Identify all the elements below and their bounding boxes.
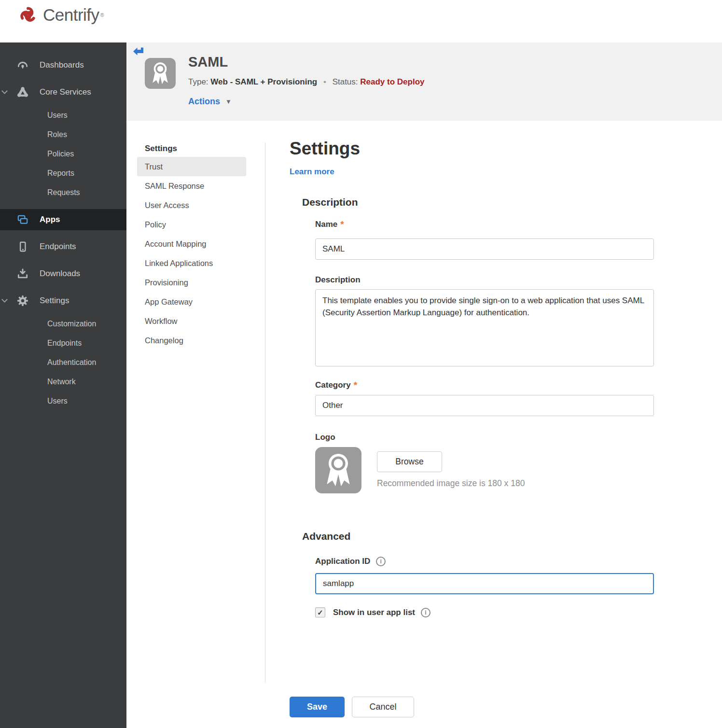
subnav-item-workflow[interactable]: Workflow bbox=[137, 311, 246, 331]
description-field[interactable]: This template enables you to provide sin… bbox=[315, 289, 654, 366]
top-bar: Centrify ® bbox=[0, 0, 722, 42]
name-label: Name* bbox=[315, 219, 654, 230]
download-icon bbox=[16, 267, 29, 280]
content-area: Settings Trust SAML Response User Access… bbox=[126, 121, 722, 728]
sidebar-item-network[interactable]: Network bbox=[0, 372, 126, 392]
sidebar-item-label: Authentication bbox=[47, 358, 96, 367]
application-id-field[interactable] bbox=[315, 573, 654, 594]
settings-subnav: Settings Trust SAML Response User Access… bbox=[137, 140, 246, 350]
sidebar-item-roles[interactable]: Roles bbox=[0, 125, 126, 144]
subnav-item-trust[interactable]: Trust bbox=[137, 157, 246, 176]
save-button[interactable]: Save bbox=[290, 697, 345, 717]
sidebar-item-downloads[interactable]: Downloads bbox=[0, 263, 126, 284]
logo-label: Logo bbox=[315, 432, 654, 443]
sidebar-item-label: Roles bbox=[47, 130, 67, 139]
sidebar-item-label: Endpoints bbox=[47, 339, 82, 348]
chevron-down-icon bbox=[1, 88, 8, 94]
status-badge: Ready to Deploy bbox=[360, 77, 424, 86]
browse-button[interactable]: Browse bbox=[377, 451, 442, 472]
sidebar-item-label: Policies bbox=[47, 150, 74, 158]
logo-size-hint: Recommended image size is 180 x 180 bbox=[377, 478, 525, 489]
sidebar-item-requests[interactable]: Requests bbox=[0, 183, 126, 202]
type-label: Type: bbox=[188, 77, 208, 86]
sidebar-item-settings[interactable]: Settings bbox=[0, 290, 126, 311]
sidebar-item-endpoints-settings[interactable]: Endpoints bbox=[0, 334, 126, 353]
sidebar-item-label: Reports bbox=[47, 169, 74, 178]
description-section-heading: Description bbox=[302, 196, 656, 209]
sidebar-item-customization[interactable]: Customization bbox=[0, 314, 126, 334]
description-fields: Name* Description This template enables … bbox=[315, 219, 654, 493]
subnav-item-app-gateway[interactable]: App Gateway bbox=[137, 292, 246, 311]
subnav-item-provisioning[interactable]: Provisioning bbox=[137, 273, 246, 292]
brand-logo: Centrify ® bbox=[16, 3, 104, 27]
sidebar-item-reports[interactable]: Reports bbox=[0, 164, 126, 183]
cancel-button[interactable]: Cancel bbox=[352, 697, 414, 717]
application-id-label: Application ID bbox=[315, 556, 370, 567]
application-id-label-row: Application ID i bbox=[315, 556, 654, 567]
sidebar-item-endpoints[interactable]: Endpoints bbox=[0, 236, 126, 257]
subnav-item-linked-applications[interactable]: Linked Applications bbox=[137, 253, 246, 273]
sidebar-item-label: Network bbox=[47, 378, 76, 386]
page-title: Settings bbox=[290, 138, 656, 159]
sidebar-item-users-settings[interactable]: Users bbox=[0, 392, 126, 411]
learn-more-link[interactable]: Learn more bbox=[290, 167, 334, 177]
gear-icon bbox=[16, 294, 29, 308]
actions-dropdown[interactable]: Actions ▼ bbox=[188, 97, 232, 107]
brand-name: Centrify bbox=[43, 5, 99, 25]
vertical-divider bbox=[265, 142, 265, 682]
required-asterisk: * bbox=[354, 380, 357, 390]
sidebar-item-label: Downloads bbox=[40, 269, 80, 279]
sidebar-item-label: Core Services bbox=[40, 87, 91, 97]
apps-icon bbox=[16, 213, 29, 226]
name-field[interactable] bbox=[315, 238, 654, 260]
sidebar-item-label: Users bbox=[47, 397, 68, 406]
dot-separator: • bbox=[323, 77, 326, 86]
show-in-user-app-list-checkbox[interactable]: ✓ bbox=[315, 607, 325, 617]
sidebar-item-apps[interactable]: Apps bbox=[0, 209, 126, 230]
sidebar-item-authentication[interactable]: Authentication bbox=[0, 353, 126, 372]
advanced-fields: Application ID i ✓ Show in user app list… bbox=[315, 556, 654, 617]
core-services-icon bbox=[16, 85, 29, 99]
app-logo-preview bbox=[315, 447, 361, 493]
form-actions: Save Cancel bbox=[290, 697, 414, 717]
sidebar-item-label: Endpoints bbox=[40, 242, 76, 252]
sidebar-item-users[interactable]: Users bbox=[0, 106, 126, 125]
category-field[interactable] bbox=[315, 395, 654, 416]
show-in-user-app-list-label: Show in user app list bbox=[333, 608, 415, 617]
sidebar-item-dashboards[interactable]: Dashboards bbox=[0, 55, 126, 76]
settings-main-panel: Settings Learn more Description Name* De… bbox=[290, 121, 656, 617]
logo-row: Browse Recommended image size is 180 x 1… bbox=[315, 447, 654, 493]
back-arrow-icon[interactable] bbox=[133, 47, 144, 56]
actions-label: Actions bbox=[188, 97, 220, 106]
caret-down-icon: ▼ bbox=[225, 98, 232, 105]
category-label: Category* bbox=[315, 380, 654, 391]
sidebar-item-label: Users bbox=[47, 111, 68, 120]
show-in-user-app-list-row: ✓ Show in user app list i bbox=[315, 607, 654, 617]
app-logo-icon bbox=[145, 58, 176, 89]
required-asterisk: * bbox=[340, 219, 344, 229]
chevron-down-icon bbox=[1, 296, 8, 303]
subnav-item-policy[interactable]: Policy bbox=[137, 215, 246, 234]
sidebar-item-label: Settings bbox=[40, 296, 69, 306]
description-label: Description bbox=[315, 275, 654, 285]
subnav-item-account-mapping[interactable]: Account Mapping bbox=[137, 234, 246, 253]
subnav-item-user-access[interactable]: User Access bbox=[137, 196, 246, 215]
brand-trademark: ® bbox=[100, 12, 104, 18]
sidebar-item-core-services[interactable]: Core Services bbox=[0, 82, 126, 103]
status-label: Status: bbox=[333, 77, 358, 86]
app-header: SAML Type: Web - SAML + Provisioning • S… bbox=[126, 42, 722, 121]
info-icon[interactable]: i bbox=[421, 608, 430, 617]
sidebar-item-label: Customization bbox=[47, 320, 96, 328]
app-title: SAML bbox=[188, 54, 228, 70]
logo-controls: Browse Recommended image size is 180 x 1… bbox=[377, 447, 525, 493]
info-icon[interactable]: i bbox=[376, 557, 386, 566]
dashboard-gauge-icon bbox=[16, 58, 29, 72]
sidebar-item-policies[interactable]: Policies bbox=[0, 144, 126, 164]
sidebar-item-label: Dashboards bbox=[40, 60, 84, 70]
advanced-section-heading: Advanced bbox=[302, 530, 656, 543]
endpoints-device-icon bbox=[16, 240, 29, 253]
app-type-status-line: Type: Web - SAML + Provisioning • Status… bbox=[188, 77, 424, 87]
sidebar: Dashboards Core Services Users Roles Pol… bbox=[0, 42, 126, 728]
subnav-item-saml-response[interactable]: SAML Response bbox=[137, 176, 246, 196]
subnav-item-changelog[interactable]: Changelog bbox=[137, 331, 246, 350]
